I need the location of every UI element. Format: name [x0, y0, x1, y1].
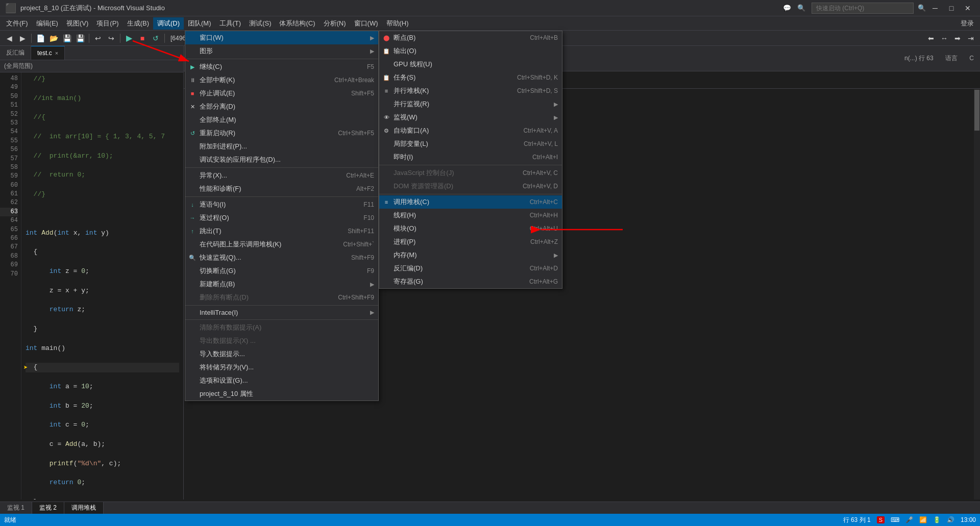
- menu-help[interactable]: 帮助(H): [382, 17, 413, 30]
- submenu-parallel-stacks[interactable]: ≡ 并行堆栈(K) Ctrl+Shift+D, S: [379, 84, 562, 97]
- submenu-call-stack[interactable]: ≡ 调用堆栈(C) Ctrl+Alt+C: [379, 195, 562, 209]
- debug-menu-import-tips[interactable]: 导入数据提示...: [185, 347, 378, 361]
- back-button[interactable]: ◀: [3, 32, 15, 44]
- debug-menu-window[interactable]: 窗口(W): [185, 31, 378, 44]
- search-icon[interactable]: 🔍: [918, 4, 926, 12]
- debug-menu-exceptions[interactable]: 异常(X)... Ctrl+Alt+E: [185, 169, 378, 182]
- redo-button[interactable]: ↪: [105, 32, 117, 44]
- graphics-arrow-icon: [370, 48, 374, 55]
- disassembly-shortcut: Ctrl+Alt+D: [530, 265, 558, 272]
- minimize-button[interactable]: ─: [928, 1, 942, 15]
- debug-menu-detach-all[interactable]: ✕ 全部分离(D): [185, 100, 378, 113]
- debug-menu-stop[interactable]: ■ 停止调试(E) Shift+F5: [185, 87, 378, 100]
- debug-stop-shortcut: Shift+F5: [351, 90, 374, 97]
- chat-icon[interactable]: 💬: [783, 4, 791, 12]
- tab-close-button[interactable]: ×: [55, 50, 58, 56]
- debug-menu-terminate-all[interactable]: 全部终止(M): [185, 113, 378, 127]
- debug-menu-attach[interactable]: 附加到进程(P)...: [185, 140, 378, 153]
- debug-menu-toggle-bp[interactable]: 切换断点(G) F9: [185, 264, 378, 278]
- battery-icon: 🔋: [933, 516, 941, 523]
- scrollbar-thumb[interactable]: [974, 90, 979, 131]
- new-button[interactable]: 📄: [34, 32, 46, 44]
- debug-menu-step-over[interactable]: → 逐过程(O) F10: [185, 211, 378, 224]
- debug-newbp-label: 新建断点(B): [200, 280, 366, 289]
- submenu-output[interactable]: 📋 输出(O): [379, 44, 562, 58]
- code-area[interactable]: 4849505152 5354555657 5859606162 63 6465…: [0, 72, 183, 499]
- forward-button[interactable]: ▶: [16, 32, 29, 44]
- menu-file[interactable]: 文件(F): [2, 17, 32, 30]
- menu-arch[interactable]: 体系结构(C): [275, 17, 319, 30]
- debug-menu-options[interactable]: 选项和设置(G)...: [185, 374, 378, 387]
- debug-menu-graphics[interactable]: 图形: [185, 44, 378, 58]
- quick-launch-input[interactable]: [812, 3, 914, 14]
- menu-project[interactable]: 项目(P): [92, 17, 122, 30]
- close-button[interactable]: ✕: [961, 1, 975, 15]
- submenu-tasks[interactable]: 📋 任务(S) Ctrl+Shift+D, K: [379, 71, 562, 84]
- submenu-immediate[interactable]: 即时(I) Ctrl+Alt+I: [379, 151, 562, 164]
- debug-menu-break-all[interactable]: ⏸ 全部中断(K) Ctrl+Alt+Break: [185, 73, 378, 87]
- stop-button[interactable]: ■: [136, 32, 149, 44]
- submenu-locals[interactable]: 局部变量(L) Ctrl+Alt+V, L: [379, 137, 562, 151]
- submenu-parallel-watch[interactable]: 并行监视(R): [379, 97, 562, 111]
- indent-button[interactable]: ⇥: [965, 32, 977, 44]
- submenu-watch[interactable]: 👁 监视(W): [379, 111, 562, 124]
- submenu-gpu-threads[interactable]: GPU 线程(U): [379, 58, 562, 71]
- tab-test-c[interactable]: test.c ×: [31, 46, 65, 60]
- align-right-button[interactable]: ➡: [951, 32, 964, 44]
- debug-menu-intellitrace[interactable]: IntelliTrace(I): [185, 307, 378, 318]
- debug-menu-step-into[interactable]: ↓ 逐语句(I) F11: [185, 198, 378, 211]
- status-position: 行 63 列 1: [843, 516, 871, 524]
- debug-detach-label: 全部分离(D): [200, 102, 374, 111]
- bottom-tab-watch2[interactable]: 监视 2: [32, 502, 64, 514]
- submenu-modules[interactable]: 模块(O) Ctrl+Alt+U: [379, 222, 562, 235]
- debug-menu-restart[interactable]: ↺ 重新启动(R) Ctrl+Shift+F5: [185, 127, 378, 140]
- autos-label: 自动窗口(A): [394, 126, 508, 135]
- bottom-tab-callstack[interactable]: 调用堆栈: [64, 502, 104, 514]
- tab-inactive[interactable]: 反汇编: [0, 46, 31, 60]
- submenu-threads[interactable]: 线程(H) Ctrl+Alt+H: [379, 209, 562, 222]
- menu-build[interactable]: 生成(B): [123, 17, 153, 30]
- submenu-autos[interactable]: ⚙ 自动窗口(A) Ctrl+Alt+V, A: [379, 124, 562, 137]
- debug-menu-step-out[interactable]: ↑ 跳出(T) Shift+F11: [185, 224, 378, 238]
- menu-edit[interactable]: 编辑(E): [32, 17, 62, 30]
- menu-analyze[interactable]: 分析(N): [320, 17, 350, 30]
- login-button[interactable]: 登录: [957, 17, 978, 30]
- bottom-tab-watch1[interactable]: 监视 1: [0, 502, 32, 514]
- submenu-disassembly[interactable]: 反汇编(D) Ctrl+Alt+D: [379, 262, 562, 275]
- save-all-button[interactable]: 💾: [74, 32, 86, 44]
- save-button[interactable]: 💾: [61, 32, 73, 44]
- align-center-button[interactable]: ↔: [938, 32, 950, 44]
- debug-menu-perf[interactable]: 性能和诊断(F) Alt+F2: [185, 182, 378, 195]
- open-button[interactable]: 📂: [47, 32, 60, 44]
- modules-label: 模块(O): [394, 224, 514, 233]
- menu-view[interactable]: 视图(V): [62, 17, 92, 30]
- tasks-shortcut: Ctrl+Shift+D, K: [517, 74, 558, 81]
- menu-debug[interactable]: 调试(D): [153, 17, 184, 30]
- maximize-button[interactable]: □: [944, 1, 959, 15]
- debug-menu-save-dump[interactable]: 将转储另存为(V)...: [185, 361, 378, 374]
- submenu-processes[interactable]: 进程(P) Ctrl+Alt+Z: [379, 235, 562, 248]
- menu-team[interactable]: 团队(M): [184, 17, 215, 30]
- scrollbar-vertical[interactable]: [974, 89, 980, 499]
- debug-menu-continue[interactable]: ▶ 继续(C) F5: [185, 60, 378, 73]
- menu-test[interactable]: 测试(S): [245, 17, 275, 30]
- debug-menu-debug-installed[interactable]: 调试安装的应用程序包(D)...: [185, 153, 378, 166]
- menu-tools[interactable]: 工具(T): [215, 17, 246, 30]
- debug-menu-show-callstack[interactable]: 在代码图上显示调用堆栈(K) Ctrl+Shift+`: [185, 238, 378, 251]
- js-console-shortcut: Ctrl+Alt+V, C: [523, 169, 558, 177]
- undo-button[interactable]: ↩: [92, 32, 104, 44]
- debug-menu-quick-watch[interactable]: 🔍 快速监视(Q)... Shift+F9: [185, 251, 378, 264]
- menu-window[interactable]: 窗口(W): [350, 17, 382, 30]
- debug-menu-new-bp[interactable]: 新建断点(B): [185, 278, 378, 291]
- submenu-registers[interactable]: 寄存器(G) Ctrl+Alt+G: [379, 275, 562, 288]
- align-left-button[interactable]: ⬅: [925, 32, 937, 44]
- title-bar: ⬛ project_8_10 (正在调试) - Microsoft Visual…: [0, 0, 980, 16]
- debug-menu-properties[interactable]: project_8_10 属性: [185, 387, 378, 400]
- code-content[interactable]: //} //int main() //{ // int arr[10] = { …: [21, 72, 183, 499]
- restart-button[interactable]: ↺: [150, 32, 162, 44]
- continue-button[interactable]: ▶: [123, 32, 135, 44]
- submenu-memory[interactable]: 内存(M): [379, 248, 562, 262]
- filter-icon[interactable]: 🔍: [797, 4, 805, 12]
- modules-shortcut: Ctrl+Alt+U: [530, 225, 558, 232]
- submenu-breakpoints[interactable]: ⬤ 断点(B) Ctrl+Alt+B: [379, 31, 562, 44]
